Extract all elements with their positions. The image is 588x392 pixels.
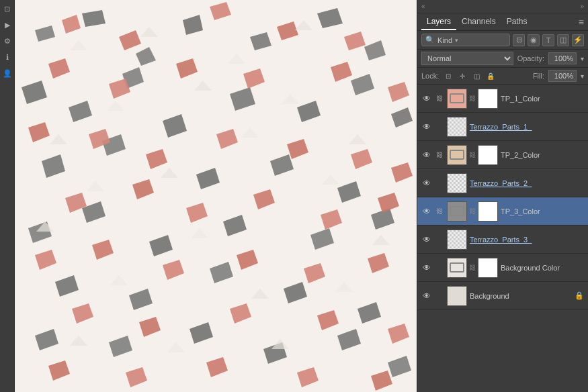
- blend-mode-select[interactable]: Normal Multiply Screen: [421, 52, 513, 65]
- tool-user[interactable]: 👤: [1, 67, 13, 79]
- layer-visibility-tp3[interactable]: 👁: [421, 234, 432, 245]
- layer-tp3-color[interactable]: 👁 ⛓ ⛓ TP_3_Color: [417, 197, 588, 226]
- fill-dropdown[interactable]: ▾: [581, 72, 584, 80]
- tool-adjust[interactable]: ⚙: [1, 35, 13, 47]
- layer-name-tp2-color: TP_2_Color: [501, 151, 584, 159]
- layer-visibility-bg-color[interactable]: 👁: [421, 262, 432, 273]
- layer-name-terrazzo3: Terrazzo_Parts_3_: [470, 236, 584, 244]
- layer-name-terrazzo2: Terrazzo_Parts_2_: [470, 179, 584, 187]
- layer-thumb-mask-bg: [478, 258, 498, 278]
- smart-icon-btn[interactable]: ⚡: [572, 34, 584, 46]
- layer-name-tp1-color: TP_1_Color: [501, 95, 584, 103]
- layer-name-background-color: Background Color: [501, 264, 584, 272]
- layer-thumbs-tp1-color: ⛓: [447, 89, 498, 109]
- tab-channels[interactable]: Channels: [456, 14, 501, 30]
- layers-list[interactable]: 👁 ⛓ ⛓ TP_1_Color 👁 Terrazzo_Parts_1_ 👁: [417, 85, 588, 392]
- kind-dropdown-arrow[interactable]: ▾: [455, 37, 458, 44]
- layer-tp2-color[interactable]: 👁 ⛓ ⛓ TP_2_Color: [417, 141, 588, 169]
- right-arrows[interactable]: »: [580, 3, 584, 10]
- layer-thumb-pattern2: [447, 173, 467, 193]
- lock-label: Lock:: [421, 72, 439, 80]
- layer-thumbs-terrazzo2: [447, 173, 467, 193]
- layer-chain-tp2: ⛓: [468, 151, 476, 158]
- layer-thumbs-tp3-color: ⛓: [447, 201, 498, 222]
- right-panel: « » Layers Channels Paths ≡ 🔍 Kind ▾ ⊟ ◉…: [417, 0, 588, 392]
- layer-chain-bg: ⛓: [468, 264, 476, 271]
- opacity-value[interactable]: 100%: [548, 52, 577, 64]
- lock-row: Lock: ⊡ ✛ ◫ 🔒 Fill: 100% ▾: [417, 68, 588, 85]
- layer-terrazzo-parts-2[interactable]: 👁 Terrazzo_Parts_2_: [417, 169, 588, 197]
- left-arrows[interactable]: «: [421, 3, 425, 10]
- layer-terrazzo-parts-3[interactable]: 👁 Terrazzo_Parts_3_: [417, 226, 588, 254]
- kind-label: Kind: [437, 36, 452, 44]
- layer-visibility-tp1[interactable]: 👁: [421, 121, 432, 132]
- search-row: 🔍 Kind ▾ ⊟ ◉ T ◫ ⚡: [417, 31, 588, 50]
- tool-filter[interactable]: ⊡: [1, 3, 13, 15]
- layer-thumbs-tp2-color: ⛓: [447, 145, 498, 165]
- fill-label: Fill:: [533, 72, 544, 80]
- opacity-dropdown[interactable]: ▾: [581, 55, 584, 62]
- layer-chain-tp3: ⛓: [468, 207, 476, 215]
- layer-link-tp3-color[interactable]: ⛓: [435, 207, 444, 215]
- layer-name-background: Background: [470, 292, 572, 300]
- fill-value[interactable]: 100%: [548, 70, 577, 82]
- layer-visibility-tp2-color[interactable]: 👁: [421, 150, 432, 160]
- layer-thumbs-bg-color: ⛓: [447, 258, 498, 278]
- layer-thumb-color-bg: [447, 258, 467, 278]
- layer-tp1-color[interactable]: 👁 ⛓ ⛓ TP_1_Color: [417, 85, 588, 113]
- canvas-area: [15, 0, 417, 392]
- tool-info[interactable]: ℹ: [1, 51, 13, 63]
- layer-chain-tp1: ⛓: [468, 95, 476, 102]
- layer-visibility-tp2[interactable]: 👁: [421, 178, 432, 189]
- layer-thumbs-terrazzo3: [447, 230, 467, 250]
- layer-thumb-mask-tp2: [478, 145, 498, 165]
- layer-thumb-color-tp1: [447, 89, 467, 109]
- shape-icon-btn[interactable]: ◫: [557, 34, 569, 46]
- layer-terrazzo-parts-1[interactable]: 👁 Terrazzo_Parts_1_: [417, 113, 588, 141]
- search-box[interactable]: 🔍 Kind ▾: [421, 34, 510, 46]
- layer-thumb-bg: [447, 286, 467, 306]
- layer-visibility-tp3-color[interactable]: 👁: [421, 206, 432, 217]
- search-icon: 🔍: [425, 36, 435, 44]
- tab-paths[interactable]: Paths: [501, 14, 533, 30]
- mini-toolbar: ⊡ ▶ ⚙ ℹ 👤: [0, 0, 15, 392]
- terrazzo-svg: [15, 0, 417, 392]
- layer-link-tp1-color[interactable]: ⛓: [435, 95, 444, 102]
- text-icon-btn[interactable]: T: [542, 34, 554, 46]
- layer-thumb-mask-tp3: [478, 201, 498, 222]
- blend-row: Normal Multiply Screen Opacity: 100% ▾: [417, 50, 588, 68]
- layer-visibility-tp1-color[interactable]: 👁: [421, 93, 432, 104]
- layer-thumb-mask-tp1: [478, 89, 498, 109]
- opacity-label: Opacity:: [517, 54, 544, 62]
- layer-link-tp2-color[interactable]: ⛓: [435, 151, 444, 158]
- layer-thumb-color-tp3: [447, 201, 467, 222]
- layer-lock-icon-bg: 🔒: [575, 291, 584, 300]
- tool-play[interactable]: ▶: [1, 19, 13, 31]
- layer-thumbs-terrazzo1: [447, 117, 467, 137]
- lock-position-btn[interactable]: ✛: [457, 70, 468, 81]
- tabs-row: Layers Channels Paths ≡: [417, 13, 588, 31]
- layer-background[interactable]: 👁 Background 🔒: [417, 282, 588, 310]
- layer-name-tp3-color: TP_3_Color: [501, 207, 584, 215]
- layer-thumbs-bg: [447, 286, 467, 306]
- layer-thumb-pattern1: [447, 117, 467, 137]
- panel-top-bar: « »: [417, 0, 588, 13]
- layer-background-color[interactable]: 👁 ⛓ Background Color: [417, 254, 588, 282]
- panel-menu-icon[interactable]: ≡: [579, 17, 584, 28]
- lock-icons: ⊡ ✛ ◫ 🔒: [443, 70, 496, 81]
- adjustment-icon-btn[interactable]: ◉: [528, 34, 540, 46]
- lock-artboards-btn[interactable]: ◫: [471, 70, 482, 81]
- filter-icon-btn[interactable]: ⊟: [513, 34, 525, 46]
- layer-thumb-pattern3: [447, 230, 467, 250]
- layer-visibility-bg[interactable]: 👁: [421, 291, 432, 301]
- lock-all-btn[interactable]: 🔒: [485, 70, 496, 81]
- tab-layers[interactable]: Layers: [421, 14, 456, 30]
- layer-thumb-color-tp2: [447, 145, 467, 165]
- layer-name-terrazzo1: Terrazzo_Parts_1_: [470, 123, 584, 131]
- lock-pixels-btn[interactable]: ⊡: [443, 70, 454, 81]
